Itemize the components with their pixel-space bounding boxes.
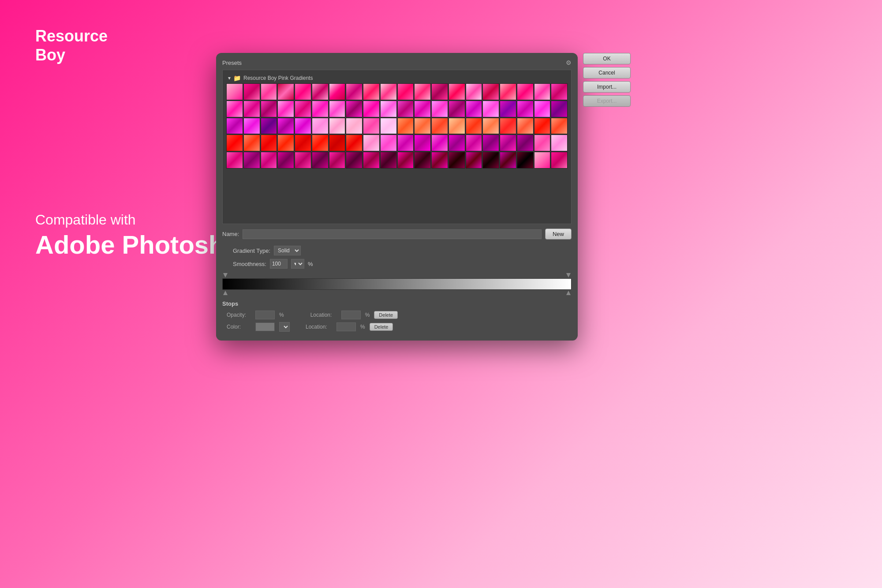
gradient-swatch[interactable] [448,83,465,100]
color-dropdown[interactable]: ▾ [279,322,290,332]
gradient-swatch[interactable] [482,152,499,169]
gradient-swatch[interactable] [295,101,311,117]
gradient-swatch[interactable] [517,135,534,151]
gradient-swatch[interactable] [295,152,311,169]
name-input[interactable] [243,229,542,239]
stop-marker-top-right[interactable] [566,273,571,277]
gradient-swatch[interactable] [329,83,346,100]
gradient-swatch[interactable] [517,83,534,100]
gradient-swatch[interactable] [277,118,294,135]
gradient-swatch[interactable] [414,152,431,169]
gradient-swatch[interactable] [346,101,363,117]
gradient-swatch[interactable] [397,152,414,169]
gradient-swatch[interactable] [363,118,380,135]
gradient-swatch[interactable] [226,101,243,117]
gradient-swatch[interactable] [482,135,499,151]
gradient-swatch[interactable] [380,118,397,135]
gradient-swatch[interactable] [466,135,482,151]
ok-button[interactable]: OK [583,53,631,64]
gradient-bar[interactable] [222,278,572,290]
gradient-swatch[interactable] [551,135,568,151]
gradient-swatch[interactable] [534,118,551,135]
gradient-swatch[interactable] [312,135,329,151]
gradient-swatch[interactable] [431,101,448,117]
gradient-swatch[interactable] [517,152,534,169]
gradient-swatch[interactable] [500,83,516,100]
location-input-1[interactable] [341,311,361,319]
gradient-swatch[interactable] [397,135,414,151]
gradient-swatch[interactable] [277,83,294,100]
presets-panel[interactable]: ▾ 📁 Resource Boy Pink Gradients [222,70,572,224]
gradient-swatch[interactable] [295,83,311,100]
gradient-swatch[interactable] [380,101,397,117]
gradient-swatch[interactable] [431,152,448,169]
gradient-swatch[interactable] [482,83,499,100]
gradient-swatch[interactable] [380,135,397,151]
gradient-swatch[interactable] [312,101,329,117]
gradient-swatch[interactable] [329,118,346,135]
gradient-swatch[interactable] [534,135,551,151]
gradient-swatch[interactable] [363,152,380,169]
stop-marker-top-left[interactable] [223,273,228,277]
export-button[interactable]: Export... [583,95,631,107]
stop-marker-bottom-left[interactable] [223,291,228,295]
gradient-swatch[interactable] [500,152,516,169]
import-button[interactable]: Import... [583,81,631,93]
gradient-swatch[interactable] [500,135,516,151]
gradient-type-select[interactable]: Solid Noise [274,246,301,255]
gradient-swatch[interactable] [534,101,551,117]
gradient-swatch[interactable] [466,152,482,169]
gradient-swatch[interactable] [277,152,294,169]
gradient-swatch[interactable] [448,152,465,169]
gradient-swatch[interactable] [414,83,431,100]
gradient-swatch[interactable] [431,118,448,135]
location-input-2[interactable] [336,322,356,331]
folder-header[interactable]: ▾ 📁 Resource Boy Pink Gradients [225,73,568,83]
gradient-swatch[interactable] [312,152,329,169]
gradient-swatch[interactable] [243,152,260,169]
cancel-button[interactable]: Cancel [583,67,631,79]
gradient-swatch[interactable] [482,118,499,135]
gradient-swatch[interactable] [363,135,380,151]
gradient-swatch[interactable] [380,83,397,100]
gradient-swatch[interactable] [466,83,482,100]
gradient-swatch[interactable] [312,118,329,135]
gradient-swatch[interactable] [534,83,551,100]
gradient-swatch[interactable] [551,118,568,135]
gradient-swatch[interactable] [448,101,465,117]
stop-marker-bottom-right[interactable] [566,291,571,295]
gradient-swatch[interactable] [261,152,277,169]
gradient-swatch[interactable] [261,118,277,135]
gradient-swatch[interactable] [431,135,448,151]
gradient-swatch[interactable] [414,135,431,151]
delete-button-2[interactable]: Delete [370,323,393,331]
gradient-swatch[interactable] [466,118,482,135]
gradient-swatch[interactable] [243,118,260,135]
gradient-swatch[interactable] [346,118,363,135]
gradient-swatch[interactable] [261,83,277,100]
gradient-swatch[interactable] [346,135,363,151]
gradient-swatch[interactable] [500,118,516,135]
gradient-swatch[interactable] [346,83,363,100]
gradient-swatch[interactable] [448,118,465,135]
gradient-swatch[interactable] [226,135,243,151]
presets-panel-inner[interactable]: ▾ 📁 Resource Boy Pink Gradients [223,70,571,224]
gradient-swatch[interactable] [329,135,346,151]
gradient-swatch[interactable] [277,135,294,151]
gradient-swatch[interactable] [414,101,431,117]
gradient-swatch[interactable] [329,152,346,169]
gradient-swatch[interactable] [466,101,482,117]
gradient-swatch[interactable] [551,101,568,117]
gradient-swatch[interactable] [534,152,551,169]
gradient-swatch[interactable] [397,118,414,135]
gradient-swatch[interactable] [226,118,243,135]
gradient-swatch[interactable] [551,83,568,100]
smoothness-dropdown[interactable]: ▾ [291,259,304,269]
gradient-swatch[interactable] [312,83,329,100]
gradient-swatch[interactable] [243,135,260,151]
gradient-swatch[interactable] [329,101,346,117]
gradient-swatch[interactable] [517,101,534,117]
gradient-swatch[interactable] [551,152,568,169]
gradient-swatch[interactable] [397,101,414,117]
gradient-swatch[interactable] [363,101,380,117]
